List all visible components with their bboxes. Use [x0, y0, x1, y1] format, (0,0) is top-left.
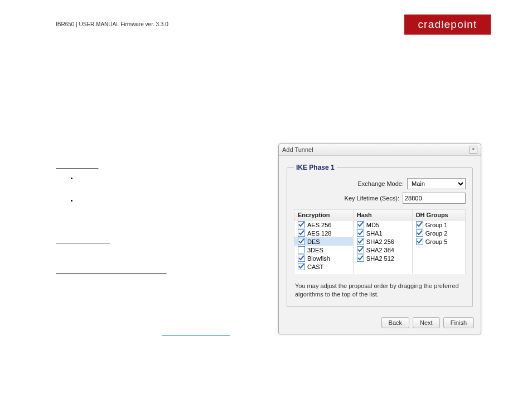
encryption-item[interactable]: AES 256	[294, 221, 353, 229]
hash-label: SHA1	[366, 230, 383, 237]
exchange-mode-select[interactable]: Main	[407, 178, 466, 189]
dh-header: DH Groups	[413, 210, 465, 221]
encryption-item[interactable]: 3DES	[294, 246, 353, 254]
dialog-footer: Back Next Finish	[279, 313, 481, 334]
encryption-checkbox[interactable]	[298, 246, 305, 253]
dh-group-checkbox[interactable]	[416, 229, 423, 237]
key-lifetime-input[interactable]	[403, 193, 466, 204]
hash-checkbox[interactable]	[357, 246, 364, 253]
encryption-label: Blowfish	[307, 255, 330, 262]
encryption-header: Encryption	[294, 210, 353, 221]
encryption-label: AES 128	[307, 230, 331, 237]
brand-logo: cradlepoint	[404, 15, 491, 35]
key-lifetime-label: Key Lifetime (Secs):	[345, 195, 399, 202]
encryption-label: AES 256	[307, 222, 331, 228]
dh-group-label: Group 1	[425, 222, 448, 228]
dh-group-checkbox[interactable]	[416, 221, 423, 228]
encryption-checkbox[interactable]	[298, 221, 305, 228]
encryption-column: Encryption AES 256AES 128DES3DESBlowfish…	[294, 209, 353, 274]
proposal-hint: You may adjust the proposal order by dra…	[295, 282, 465, 299]
encryption-checkbox[interactable]	[298, 255, 305, 262]
dh-group-item[interactable]: Group 1	[413, 221, 465, 229]
dh-group-item[interactable]: Group 2	[413, 229, 465, 237]
dh-group-checkbox[interactable]	[416, 238, 423, 245]
hash-label: SHA2 256	[366, 238, 394, 245]
ike-phase1-fieldset: IKE Phase 1 Exchange Mode: Main Key Life…	[287, 164, 473, 307]
encryption-checkbox[interactable]	[298, 229, 305, 237]
add-tunnel-dialog: Add Tunnel × IKE Phase 1 Exchange Mode: …	[278, 143, 481, 334]
hash-item[interactable]: SHA2 512	[354, 254, 412, 262]
dialog-titlebar[interactable]: Add Tunnel ×	[279, 144, 481, 156]
close-icon[interactable]: ×	[470, 146, 477, 154]
encryption-item[interactable]: Blowfish	[294, 254, 353, 262]
hash-checkbox[interactable]	[357, 229, 364, 237]
exchange-mode-label: Exchange Mode:	[357, 180, 404, 187]
hash-item[interactable]: SHA2 256	[354, 237, 412, 246]
hash-label: MD5	[366, 222, 379, 228]
dh-group-item[interactable]: Group 5	[413, 237, 465, 246]
encryption-label: CAST	[307, 264, 323, 270]
next-button[interactable]: Next	[413, 317, 440, 328]
back-button[interactable]: Back	[381, 317, 409, 328]
hash-item[interactable]: SHA1	[354, 229, 412, 237]
hash-item[interactable]: MD5	[354, 221, 412, 229]
hash-header: Hash	[354, 210, 412, 221]
encryption-item[interactable]: AES 128	[294, 229, 353, 237]
hash-checkbox[interactable]	[357, 255, 364, 262]
dh-group-label: Group 2	[425, 230, 448, 237]
dh-group-label: Group 5	[425, 238, 448, 245]
page-header: IBR650 | USER MANUAL Firmware ver. 3.3.0	[56, 21, 168, 27]
ike-phase1-legend: IKE Phase 1	[294, 164, 337, 171]
encryption-checkbox[interactable]	[298, 238, 305, 245]
hash-column: Hash MD5SHA1SHA2 256SHA2 384SHA2 512	[353, 209, 412, 274]
hash-label: SHA2 384	[366, 247, 394, 253]
dh-column: DH Groups Group 1Group 2Group 5	[412, 209, 466, 274]
encryption-label: DES	[307, 238, 320, 245]
finish-button[interactable]: Finish	[443, 317, 474, 328]
manual-body-text: item item	[56, 162, 262, 336]
dialog-title-text: Add Tunnel	[282, 146, 313, 153]
encryption-item[interactable]: CAST	[294, 262, 353, 271]
encryption-item[interactable]: DES	[294, 237, 353, 246]
encryption-label: 3DES	[307, 247, 323, 253]
hash-checkbox[interactable]	[357, 238, 364, 245]
hash-checkbox[interactable]	[357, 221, 364, 228]
hash-item[interactable]: SHA2 384	[354, 246, 412, 254]
algorithm-columns: Encryption AES 256AES 128DES3DESBlowfish…	[294, 209, 466, 274]
encryption-checkbox[interactable]	[298, 263, 305, 270]
hash-label: SHA2 512	[366, 255, 394, 262]
